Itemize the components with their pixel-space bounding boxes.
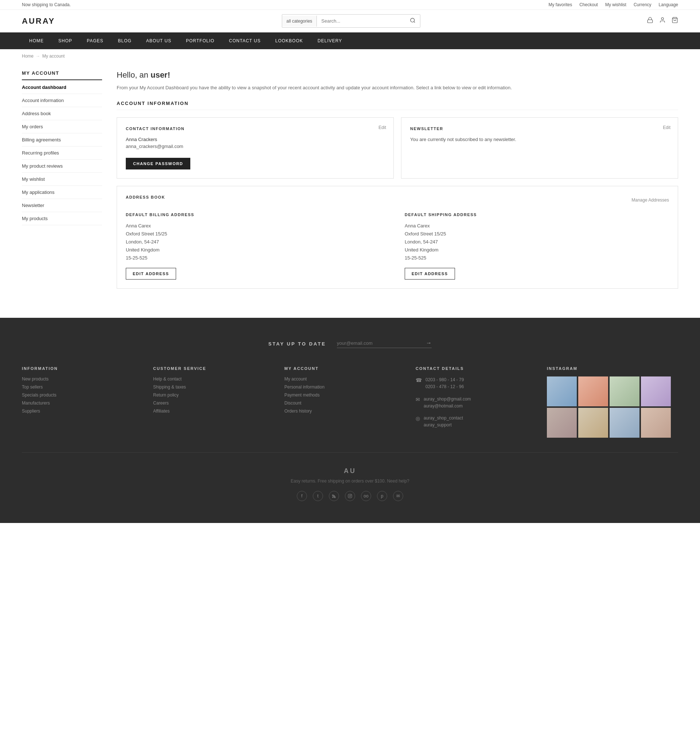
nav-blog[interactable]: BLOG [110, 32, 138, 49]
footer-link-top-sellers[interactable]: Top sellers [22, 384, 146, 390]
sidebar-item-product-reviews[interactable]: My product reviews [22, 160, 102, 173]
nav-shop[interactable]: SHOP [51, 32, 79, 49]
search-button[interactable] [406, 15, 420, 27]
cart-icon[interactable] [672, 17, 678, 25]
social-facebook-icon[interactable]: f [297, 491, 307, 501]
social-rss-icon[interactable] [329, 491, 339, 501]
footer-link-manufacturers[interactable]: Manufacturers [22, 401, 146, 406]
footer-bottom: AU Easy returns. Free shipping on orders… [22, 452, 678, 501]
my-wishlist-link[interactable]: My wishlist [605, 2, 626, 7]
manage-addresses-link[interactable]: Manage Addresses [631, 198, 669, 202]
contact-email: anna_crackers@gmail.com [126, 144, 385, 149]
footer-link-help[interactable]: Help & contact [153, 377, 277, 381]
footer-link-return[interactable]: Return policy [153, 393, 277, 398]
footer-link-suppliers[interactable]: Suppliers [22, 409, 146, 414]
footer-link-orders-history[interactable]: Orders history [284, 409, 408, 414]
social-pinterest-icon[interactable]: p [377, 491, 387, 501]
language-link[interactable]: Language [659, 2, 678, 7]
social-email-icon[interactable]: ✉ [393, 491, 403, 501]
shipping-country: United Kingdom [405, 246, 669, 254]
contact-info-card: CONTACT INFORMATION Edit Anna Crackers a… [117, 117, 394, 179]
footer-link-new-products[interactable]: New products [22, 377, 146, 381]
footer-phone-item: ☎ 0203 - 980 - 14 - 79 0203 - 478 - 12 -… [416, 377, 540, 390]
sidebar-item-recurring-profiles[interactable]: Recurring profiles [22, 147, 102, 160]
shipping-street: Oxford Street 15/25 [405, 230, 669, 238]
nav-contact[interactable]: CONTACT US [222, 32, 268, 49]
sidebar-item-my-wishlist[interactable]: My wishlist [22, 173, 102, 186]
footer-social-item: ◎ auray_shop_contact auray_support [416, 415, 540, 428]
svg-point-7 [349, 495, 351, 497]
social-handle-1: auray_shop_contact [424, 415, 463, 422]
hello-text: Hello, an user! [117, 70, 678, 80]
social-handle-2: auray_support [424, 422, 463, 428]
address-columns: DEFAULT BILLING ADDRESS Anna Carex Oxfor… [126, 213, 669, 280]
billing-phone: 15-25-525 [126, 254, 390, 262]
newsletter-submit-button[interactable]: → [426, 340, 432, 346]
logo[interactable]: AURAY [22, 16, 55, 26]
footer-link-discount[interactable]: Discount [284, 401, 408, 406]
footer: STAY UP TO DATE → INFORMATION New produc… [0, 318, 700, 523]
footer-link-payment-methods[interactable]: Payment methods [284, 393, 408, 398]
sidebar-item-my-applications[interactable]: My applications [22, 186, 102, 199]
sidebar-item-my-products[interactable]: My products [22, 212, 102, 225]
phone-2: 0203 - 478 - 12 - 96 [425, 383, 464, 390]
svg-line-1 [414, 22, 415, 23]
newsletter-email-input[interactable] [337, 340, 422, 346]
social-flickr-icon[interactable]: oo [361, 491, 371, 501]
contact-edit-link[interactable]: Edit [378, 125, 386, 130]
email-2: auray@hotmail.com [424, 403, 471, 409]
newsletter-edit-link[interactable]: Edit [663, 125, 671, 130]
footer-emails: auray_shop@gmail.com auray@hotmail.com [424, 396, 471, 409]
shipping-city: London, 54-247 [405, 238, 669, 246]
instagram-img-8[interactable] [641, 408, 671, 438]
footer-link-my-account[interactable]: My account [284, 377, 408, 381]
change-password-button[interactable]: CHANGE PASSWORD [126, 158, 190, 169]
footer-link-personal-info[interactable]: Personal information [284, 384, 408, 390]
instagram-img-5[interactable] [547, 408, 577, 438]
newsletter-title: STAY UP TO DATE [268, 341, 326, 346]
edit-billing-address-button[interactable]: EDIT ADDRESS [126, 268, 176, 280]
lock-icon[interactable] [647, 17, 653, 25]
footer-col-instagram: INSTAGRAM [547, 366, 678, 438]
footer-tagline: Easy returns. Free shipping on orders ov… [22, 478, 678, 484]
instagram-img-7[interactable] [610, 408, 640, 438]
sidebar-item-my-orders[interactable]: My orders [22, 120, 102, 134]
shipping-address-col: DEFAULT SHIPPING ADDRESS Anna Carex Oxfo… [405, 213, 669, 280]
checkout-link[interactable]: Checkout [579, 2, 598, 7]
footer-link-shipping[interactable]: Shipping & taxes [153, 384, 277, 390]
nav-lookbook[interactable]: LOOKBOOK [268, 32, 310, 49]
currency-link[interactable]: Currency [634, 2, 651, 7]
footer-col-my-account: MY ACCOUNT My account Personal informati… [284, 366, 416, 438]
user-icon[interactable] [659, 17, 666, 25]
email-1: auray_shop@gmail.com [424, 396, 471, 403]
search-category-dropdown[interactable]: all categories [282, 16, 317, 26]
instagram-img-3[interactable] [610, 377, 640, 406]
nav-about[interactable]: ABOUT US [139, 32, 179, 49]
footer-link-affiliates[interactable]: Affiliates [153, 409, 277, 414]
social-twitter-icon[interactable]: t [313, 491, 323, 501]
sidebar-item-newsletter[interactable]: Newsletter [22, 199, 102, 212]
edit-shipping-address-button[interactable]: EDIT ADDRESS [405, 268, 455, 280]
my-favorites-link[interactable]: My favorites [549, 2, 572, 7]
sidebar-item-account-information[interactable]: Account information [22, 94, 102, 107]
instagram-img-4[interactable] [641, 377, 671, 406]
phone-1: 0203 - 980 - 14 - 79 [425, 377, 464, 383]
sidebar-item-billing-agreements[interactable]: Billing agreements [22, 134, 102, 147]
footer-link-specials[interactable]: Specials products [22, 393, 146, 398]
sidebar-item-account-dashboard[interactable]: Account dashboard [22, 81, 102, 94]
footer-link-careers[interactable]: Careers [153, 401, 277, 406]
nav-portfolio[interactable]: PORTFOLIO [179, 32, 222, 49]
sidebar-item-address-book[interactable]: Address book [22, 107, 102, 120]
instagram-img-2[interactable] [578, 377, 608, 406]
instagram-img-6[interactable] [578, 408, 608, 438]
social-instagram-icon[interactable] [345, 491, 355, 501]
instagram-img-1[interactable] [547, 377, 577, 406]
search-input[interactable] [317, 15, 405, 26]
nav-home[interactable]: HOME [22, 32, 51, 49]
breadcrumb-home[interactable]: Home [22, 54, 34, 59]
footer-instagram-title: INSTAGRAM [547, 366, 671, 371]
breadcrumb: Home → My account [0, 49, 700, 63]
nav-delivery[interactable]: DELIVERY [310, 32, 349, 49]
nav-pages[interactable]: PAGES [79, 32, 110, 49]
search-bar: all categories [282, 14, 421, 28]
